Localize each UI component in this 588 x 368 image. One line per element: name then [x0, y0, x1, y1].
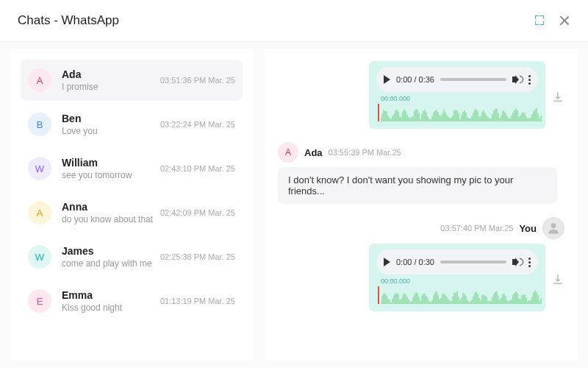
- chat-time: 03:22:24 PM Mar. 25: [160, 120, 235, 129]
- chat-preview: come and play with me: [62, 258, 154, 269]
- waveform-timestamp: 00:00.000: [381, 95, 410, 102]
- waveform-cursor[interactable]: [378, 104, 379, 121]
- chat-name: Emma: [62, 289, 154, 301]
- conversation-pane[interactable]: 0:00 / 0:36 00:00.000 A Ada 03:55:39 PM …: [265, 49, 578, 361]
- chat-name: James: [62, 245, 154, 257]
- audio-player[interactable]: 0:00 / 0:30: [376, 250, 538, 275]
- chat-item[interactable]: W William see you tomorrow 02:43:10 PM M…: [21, 148, 243, 189]
- chat-item[interactable]: B Ben Love you 03:22:24 PM Mar. 25: [21, 104, 243, 145]
- chat-name: Anna: [62, 201, 154, 213]
- header-actions: [535, 15, 570, 26]
- avatar: A: [278, 142, 298, 163]
- avatar: W: [28, 245, 51, 269]
- chat-name: Ada: [62, 68, 154, 80]
- chat-item[interactable]: A Ada I promise 03:51:36 PM Mar. 25: [21, 60, 243, 101]
- waveform-timestamp: 00:00.000: [381, 277, 410, 285]
- chat-item[interactable]: A Anna do you know about that 02:42:09 P…: [21, 192, 243, 233]
- chat-time: 02:42:09 PM Mar. 25: [160, 208, 235, 217]
- chat-item[interactable]: W James come and play with me 02:25:38 P…: [21, 236, 243, 277]
- page-title: Chats - WhatsApp: [18, 13, 119, 28]
- app-root: Chats - WhatsApp A Ada I promise 03:51:3…: [0, 0, 588, 368]
- chat-info: James come and play with me: [62, 245, 154, 269]
- audio-time: 0:00 / 0:36: [396, 75, 434, 84]
- message-time: 03:57:40 PM Mar.25: [440, 224, 513, 233]
- chat-preview: I promise: [62, 82, 154, 92]
- chat-item[interactable]: E Emma Kiss good night 01:13:19 PM Mar. …: [21, 280, 243, 322]
- message-meta: A Ada 03:55:39 PM Mar.25: [278, 142, 564, 163]
- message-row: 0:00 / 0:30 00:00.000: [278, 244, 564, 311]
- chat-info: Ada I promise: [62, 68, 154, 92]
- chat-preview: do you know about that: [62, 214, 154, 224]
- more-icon[interactable]: [528, 258, 531, 267]
- message-meta: 03:57:40 PM Mar.25 You: [278, 217, 564, 239]
- sender-name: You: [519, 223, 537, 234]
- volume-icon[interactable]: [512, 74, 523, 85]
- avatar: [542, 217, 564, 239]
- chat-info: Ben Love you: [62, 113, 154, 136]
- download-icon[interactable]: [551, 91, 564, 104]
- volume-icon[interactable]: [512, 257, 523, 267]
- waveform[interactable]: 00:00.000: [376, 277, 538, 304]
- audio-card: 0:00 / 0:30 00:00.000: [369, 244, 545, 311]
- audio-message: 0:00 / 0:30 00:00.000: [369, 244, 564, 311]
- chat-info: Anna do you know about that: [62, 201, 154, 224]
- audio-progress[interactable]: [440, 78, 506, 81]
- avatar: E: [28, 289, 51, 313]
- chat-time: 02:43:10 PM Mar. 25: [160, 164, 235, 173]
- message-row: 0:00 / 0:36 00:00.000: [278, 61, 564, 129]
- chat-info: William see you tomorrow: [62, 157, 154, 180]
- chat-info: Emma Kiss good night: [62, 289, 154, 313]
- text-message: I don't know? I don't want you showing m…: [278, 167, 557, 204]
- play-icon[interactable]: [384, 75, 390, 84]
- chat-preview: Love you: [62, 126, 154, 136]
- download-icon[interactable]: [551, 273, 564, 286]
- avatar: A: [28, 201, 51, 224]
- avatar: W: [28, 157, 51, 180]
- chat-time: 03:51:36 PM Mar. 25: [160, 76, 235, 85]
- chat-list[interactable]: A Ada I promise 03:51:36 PM Mar. 25 B Be…: [10, 49, 253, 361]
- audio-time: 0:00 / 0:30: [396, 258, 434, 266]
- chat-name: William: [62, 157, 154, 169]
- chat-time: 02:25:38 PM Mar. 25: [160, 252, 235, 261]
- audio-player[interactable]: 0:00 / 0:36: [376, 67, 538, 92]
- audio-progress[interactable]: [440, 261, 506, 263]
- play-icon[interactable]: [384, 258, 390, 266]
- avatar: A: [28, 68, 51, 92]
- more-icon[interactable]: [528, 75, 531, 85]
- body: A Ada I promise 03:51:36 PM Mar. 25 B Be…: [0, 42, 588, 368]
- message-block: 03:57:40 PM Mar.25 You 0:00 / 0:30 00:00…: [278, 217, 564, 311]
- audio-card: 0:00 / 0:36 00:00.000: [369, 61, 545, 129]
- avatar: B: [28, 113, 51, 136]
- header: Chats - WhatsApp: [0, 0, 588, 42]
- sender-name: Ada: [304, 147, 323, 158]
- waveform-cursor[interactable]: [378, 286, 379, 304]
- message-time: 03:55:39 PM Mar.25: [329, 148, 401, 157]
- chat-preview: Kiss good night: [62, 302, 154, 313]
- audio-message: 0:00 / 0:36 00:00.000: [369, 61, 564, 129]
- chat-name: Ben: [62, 113, 154, 124]
- svg-point-110: [551, 223, 556, 228]
- chat-time: 01:13:19 PM Mar. 25: [160, 297, 235, 305]
- chat-preview: see you tomorrow: [62, 170, 154, 180]
- message-block: A Ada 03:55:39 PM Mar.25 I don't know? I…: [278, 142, 564, 204]
- waveform[interactable]: 00:00.000: [376, 95, 538, 121]
- expand-icon[interactable]: [535, 15, 545, 26]
- close-icon[interactable]: [559, 15, 570, 26]
